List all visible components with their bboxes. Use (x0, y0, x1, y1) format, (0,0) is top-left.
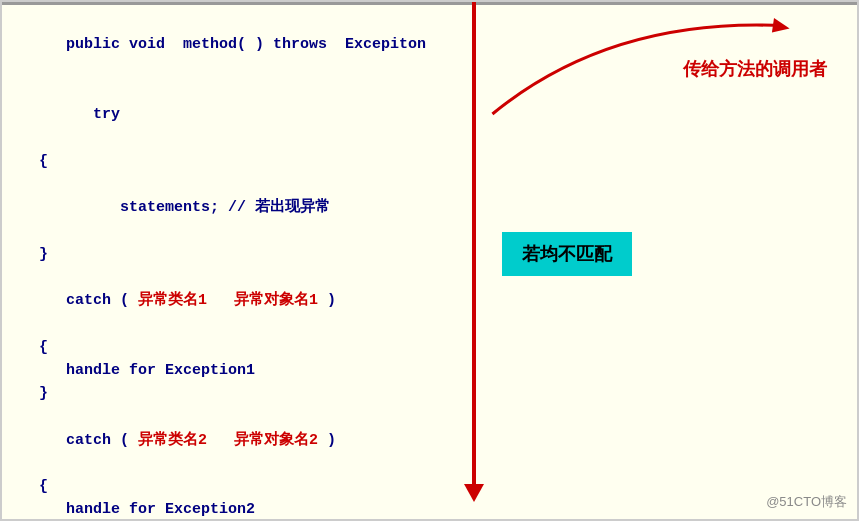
code-catch2-params: ( (111, 432, 138, 449)
keyword-throws: throws (273, 36, 327, 53)
arrow-down-head (464, 484, 484, 502)
code-paren2: ) (318, 432, 336, 449)
code-line-6: catch ( 异常类名1 异常对象名1 ) (12, 266, 462, 336)
code-text-exception: Excepiton (327, 36, 426, 53)
watermark: @51CTO博客 (766, 493, 847, 511)
curved-arrow-area: 传给方法的调用者 (482, 7, 847, 127)
code-line-8: handle for Exception1 (12, 359, 462, 382)
code-line-4: statements; // 若出现异常 (12, 173, 462, 243)
code-statements: statements; // 若出现异常 (66, 199, 330, 216)
keyword-try: try (66, 106, 120, 123)
code-text-1: void method( ) (120, 36, 273, 53)
code-line-9: } (12, 382, 462, 405)
code-space2 (207, 432, 234, 449)
pass-to-caller-label: 传给方法的调用者 (683, 57, 827, 81)
code-line-11: { (12, 475, 462, 498)
keyword-catch-2: catch (66, 432, 111, 449)
keyword-catch-1: catch (66, 292, 111, 309)
no-match-box: 若均不匹配 (502, 232, 632, 276)
code-line-12: handle for Exception2 (12, 498, 462, 521)
code-catch1-params: ( (111, 292, 138, 309)
code-line-7: { (12, 336, 462, 359)
code-line-5: } (12, 243, 462, 266)
exception-obj-2: 异常对象名2 (234, 432, 318, 449)
code-paren1: ) (318, 292, 336, 309)
code-space1 (207, 292, 234, 309)
exception-obj-1: 异常对象名1 (234, 292, 318, 309)
right-panel: 传给方法的调用者 若均不匹配 (482, 2, 857, 519)
main-container: public void method( ) throws Excepiton t… (0, 0, 859, 521)
exception-class-1: 异常类名1 (138, 292, 207, 309)
svg-marker-0 (772, 18, 790, 33)
code-line-1: public void method( ) throws Excepiton (12, 10, 462, 80)
code-line-3: { (12, 150, 462, 173)
code-area: public void method( ) throws Excepiton t… (2, 2, 472, 519)
code-line-2: try (12, 80, 462, 150)
exception-class-2: 异常类名2 (138, 432, 207, 449)
vertical-arrow-line (472, 2, 476, 492)
code-line-10: catch ( 异常类名2 异常对象名2 ) (12, 405, 462, 475)
keyword-public: public (66, 36, 120, 53)
